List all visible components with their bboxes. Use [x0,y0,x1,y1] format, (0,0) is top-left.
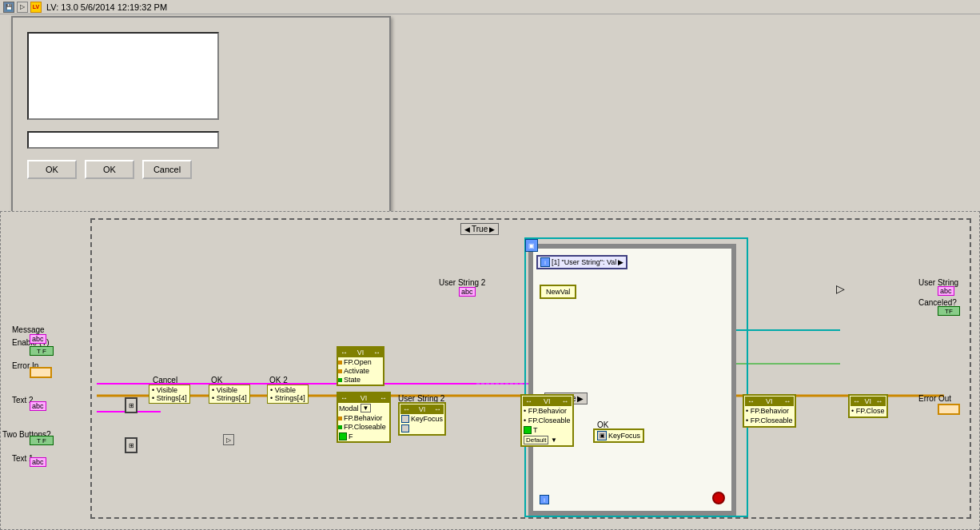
vi-modal-bool: F [338,432,389,441]
ok-label: OK [211,376,222,385]
default-selector-row: Default ▼ [523,435,572,444]
cancel-visible-node: • Visible • Strings[4] [149,385,190,404]
fpclose-port: • FP.Close [851,406,886,416]
ok2-visible-node: • Visible • Strings[4] [267,385,309,404]
keyfocus-left-label: KeyFocus [411,415,443,423]
string-node-indicator: i [540,257,550,267]
fpbehavior-left-icon: ↔ [525,397,532,405]
cancel-label: Cancel [153,376,177,385]
canceled-terminal: TF [938,306,960,316]
modal-selector[interactable]: Modal ▼ [338,403,389,413]
vi-modal-arrow-left: ↔ [341,394,348,402]
keyfocus-left-vi: VI [419,405,426,413]
block-diagram: ◀ True ▶ Message Enable (T) Error In Tex… [0,211,980,530]
vi-modal-title: ↔ VI ↔ [338,393,389,403]
vi-fpbehavior-left-box: ↔ VI ↔ • FP.Behavior • FP.Closeable T De… [520,394,574,447]
vi-keyfocus-left-box: ↔ VI ↔ KeyFocus [398,402,446,436]
fpbehavior-bool [524,426,532,434]
keyfocus-left-port: KeyFocus [400,414,444,424]
stop-button[interactable] [712,492,725,504]
string-node-label: [1] "User String": Val [552,258,616,266]
disk-icon: 💾 [3,2,14,13]
fpclose-vi-label: VI [865,397,872,405]
error-out-label: Error Out [918,394,951,403]
dialog-panel: OK OK Cancel [11,16,391,214]
fpclose-icon1: ↔ [853,397,860,405]
message-label: Message [12,325,45,334]
ok2-visible: • Visible [270,386,305,394]
modal-dropdown[interactable]: ▼ [361,404,372,412]
user-string2-top-indicator: abc [459,287,476,297]
keyfocus-left-bool [401,424,409,432]
string-node-box: i [1] "User String": Val ▶ [536,255,627,269]
text1-indicator: abc [30,457,46,467]
ok-keyfocus-indicator: ▣ [597,431,607,440]
default-label: Default [524,436,548,444]
string-node-arrow: ▶ [618,258,623,266]
vi-fpopen-title: ↔ VI ↔ [338,348,383,357]
dialog-ok1-button[interactable]: OK [27,160,77,179]
fpbehavior-right-port2: • FP.Closeable [745,416,794,425]
true-value: True [472,225,488,233]
info-indicator: i [540,495,549,504]
ok-strings: • Strings[4] [212,394,247,402]
error-in-terminal [30,367,52,378]
fpbehavior-left-port2: • FP.Closeable [523,416,572,425]
vi-fpopen-arrow-left: ↔ [341,349,348,357]
vi-modal-port1: FP.Behavior [338,414,389,422]
message-indicator: abc [30,334,46,344]
title-text: LV: 13.0 5/6/2014 12:19:32 PM [46,2,167,12]
modal-bool-label: F [349,432,353,440]
dialog-textarea[interactable] [27,32,219,120]
cancel-visible: • Visible [152,386,187,394]
vi-fpopen-port3: State [338,376,383,384]
vi-fpbehavior-left-title: ↔ VI ↔ [523,397,572,406]
ok-keyfocus-row: ▣ KeyFocus [597,431,640,440]
newval-box: NewVal [540,285,576,299]
vi-modal-box: ↔ VI ↔ Modal ▼ FP.Behavior FP.Closeable … [337,392,391,443]
vi-fpopen-arrow-right: ↔ [373,349,380,357]
vi-modal-arrow-right: ↔ [380,394,387,402]
default-dropdown[interactable]: ▼ [551,436,557,444]
dialog-cancel-button[interactable]: Cancel [142,160,192,179]
vi-modal-vi-label: VI [361,394,368,402]
true-right-arrow: ▶ [489,225,495,233]
lv-icon: LV [30,2,42,13]
dialog-input[interactable] [27,131,219,149]
vi-fpclose-box: ↔ VI ↔ • FP.Close [848,394,888,418]
ok2-label: OK 2 [269,376,288,385]
dialog-buttons: OK OK Cancel [27,160,192,179]
true-selector[interactable]: ◀ True ▶ [460,223,499,235]
user-string2-top-label: User String 2 [439,278,485,287]
text1-terminal: abc [30,457,46,467]
case-index-indicator: ▣ [525,239,538,252]
fpbehavior-right-icon: ↔ [747,397,755,405]
vi-fpopen-vi-label: VI [357,349,365,357]
error-in-cluster [30,367,52,378]
keyfocus-left-indicator [401,415,409,423]
text2-indicator: abc [30,401,46,411]
error-out-cluster [938,404,960,415]
vi-keyfocus-left-title: ↔ VI ↔ [400,404,444,414]
user-string-out-terminal: abc [938,286,954,296]
ok-inner-keyfocus: ▣ KeyFocus [593,428,644,443]
vi-modal-port2: FP.Closeable [338,423,389,431]
enable-bool: T F [30,346,54,356]
modal-label: Modal [339,404,359,412]
fpbehavior-left-vi: VI [544,397,551,405]
two-buttons-terminal: T F [30,436,54,445]
amplifier-node: ▷ [832,281,848,297]
arrow-icon: ▷ [17,2,28,13]
fpbehavior-right-vi: VI [766,397,773,405]
modal-bool-indicator [339,432,347,440]
vi-fpopen-port1: FP.Open [338,358,383,366]
fpclose-icon2: ↔ [876,397,883,405]
fpbehavior-right-icon2: ↔ [784,397,791,405]
dialog-ok2-button[interactable]: OK [85,160,134,179]
canceled-bool: TF [938,306,960,316]
fpbehavior-left-port1: • FP.Behavior [523,406,572,416]
bundle-node-2: ⊞ [125,437,137,453]
vi-fpopen-port2: Activate [338,367,383,375]
ok-keyfocus-label: KeyFocus [608,432,640,440]
title-bar: 💾 ▷ LV LV: 13.0 5/6/2014 12:19:32 PM [0,0,980,14]
